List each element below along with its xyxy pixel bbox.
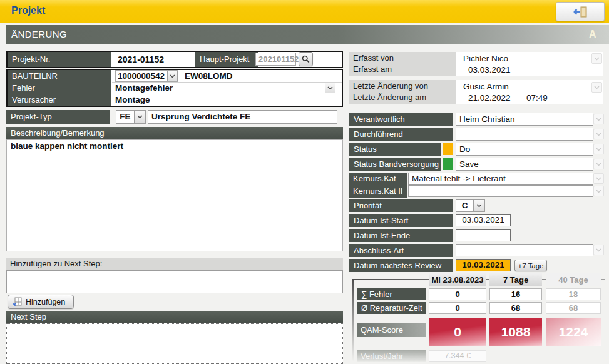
erfasst-von-label: Erfasst von: [349, 52, 456, 63]
durchfuehrend-input[interactable]: [456, 128, 593, 141]
datum-ist-ende-input[interactable]: [456, 229, 511, 241]
stats-group-border-left: [352, 279, 354, 361]
letzte-aenderung-panel: Letzte Änderung von Letzte Änderung am G…: [349, 80, 603, 104]
fehler-sum-today: 0: [429, 288, 486, 300]
section-bar: [6, 25, 609, 44]
plus-7-tage-button[interactable]: +7 Tage: [514, 260, 547, 271]
verantwortlich-label: Verantwortlich: [349, 113, 453, 126]
datum-ist-start-label: Datum Ist-Start: [349, 214, 453, 227]
title-bar: [0, 0, 609, 23]
status-color-swatch: [443, 143, 453, 155]
abschluss-art-label: Abschluss-Art: [349, 244, 453, 257]
datum-review-label: Datum nächstes Review: [349, 259, 453, 272]
verlust-jahr-value: 7.344 €: [429, 350, 486, 362]
qam-score-label: QAM-Score: [357, 323, 426, 337]
projekt-typ-label: Projekt-Typ: [6, 110, 110, 124]
projekt-nr-box: Projekt-Nr. 2021-01152 Haupt-Projekt 202…: [6, 51, 343, 68]
kernurs-kat2-input[interactable]: [408, 185, 593, 197]
haupt-projekt-combo[interactable]: 202101152: [255, 53, 296, 66]
beschreibung-header: Beschreibung/Bemerkung: [6, 127, 343, 139]
status-bandversorgung-color-swatch: [443, 158, 453, 170]
bauteilnr-combo[interactable]: 1000000542: [115, 70, 178, 82]
window-title: Projekt: [11, 5, 45, 16]
chevron-down-icon[interactable]: [593, 186, 604, 196]
kernurs-kat-label: Kernurs.Kat: [349, 173, 407, 185]
search-button[interactable]: [299, 52, 313, 66]
abschluss-art-input[interactable]: [456, 244, 593, 256]
prioritaet-label: Priorität: [349, 199, 453, 212]
haupt-projekt-label: Haupt-Projekt: [195, 52, 258, 67]
chevron-down-icon[interactable]: [167, 71, 178, 81]
exit-door-icon: [573, 6, 588, 18]
kernurs-label-column: Kernurs.Kat Kernurs.Kat II: [349, 173, 407, 198]
letzte-aenderung-am-label: Letzte Änderung am: [349, 91, 456, 102]
fehler-dropdown chevron-down-icon[interactable]: [325, 83, 335, 93]
hinzufuegen-button[interactable]: Hinzufügen: [8, 295, 74, 309]
erfasst-am-value: 03.03.2021: [468, 65, 511, 74]
fehler-sum-label: ∑ Fehler: [357, 288, 426, 300]
status-label: Status: [349, 143, 441, 156]
chevron-down-icon[interactable]: [473, 200, 484, 211]
reparatur-zeit-today: 0: [429, 302, 486, 314]
exit-button[interactable]: [556, 2, 605, 21]
stats-column-header-7tage: 7 Tage: [489, 273, 542, 286]
durchfuehrend-label: Durchführend: [349, 128, 453, 141]
letzte-aenderung-von-value: Gusic Armin: [463, 82, 509, 91]
datum-ist-ende-label: Datum Ist-Ende: [349, 229, 453, 242]
chevron-down-icon[interactable]: [593, 129, 604, 139]
fehler-label: Fehler: [8, 82, 111, 94]
projekt-typ-text-input[interactable]: Ursprung Verdichtete FE: [148, 110, 337, 124]
verursacher-label: Verursacher: [8, 94, 111, 106]
verursacher-value[interactable]: Montage: [115, 95, 150, 104]
verantwortlich-input[interactable]: Heim Christian: [456, 113, 593, 126]
kernurs-kat-input[interactable]: Material fehlt -> Lieferant: [408, 173, 593, 185]
erfasst-am-label: Erfasst am: [349, 63, 456, 74]
row-divider: [112, 94, 342, 94]
projekt-nr-label: Projekt-Nr.: [8, 52, 111, 67]
qam-score-40tage: 1224: [546, 318, 601, 346]
chevron-down-icon[interactable]: [591, 53, 602, 64]
bauteilnr-value: 1000000542: [116, 71, 167, 81]
prioritaet-combo[interactable]: C: [456, 199, 485, 212]
datum-review-input[interactable]: 10.03.2021: [456, 259, 511, 271]
status-bandversorgung-input[interactable]: Save: [456, 158, 593, 171]
fehler-sum-7tage: 16: [489, 288, 542, 300]
next-step-add-input[interactable]: [6, 270, 343, 293]
projekt-typ-value: FE: [116, 111, 134, 123]
chevron-down-icon[interactable]: [591, 82, 602, 93]
erfasst-label-column: Erfasst von Erfasst am: [349, 52, 456, 76]
table-insert-icon: [13, 297, 22, 306]
beschreibung-textarea[interactable]: blaue kappen nicht montiert: [6, 139, 343, 251]
status-bandversorgung-label: Status Bandversorgung: [349, 158, 441, 171]
next-step-header: Next Step: [6, 311, 343, 323]
chevron-down-icon[interactable]: [593, 245, 604, 255]
verlust-jahr-label: Verlust/Jahr: [357, 350, 426, 362]
projekt-nr-value: 2021-01152: [118, 54, 164, 64]
fehler-sum-40tage: 18: [546, 288, 601, 300]
chevron-down-icon[interactable]: [134, 111, 145, 123]
kernurs-kat2-label: Kernurs.Kat II: [349, 185, 407, 198]
letzte-aenderung-von-label: Letzte Änderung von: [349, 80, 456, 91]
next-step-list[interactable]: [6, 323, 343, 364]
section-title: ÄNDERUNG: [11, 29, 67, 39]
erfasst-von-value: Pichler Nico: [463, 54, 508, 63]
chevron-down-icon[interactable]: [593, 144, 604, 154]
chevron-down-icon[interactable]: [593, 159, 604, 169]
chevron-down-icon[interactable]: [593, 114, 604, 124]
letzte-aenderung-zeit-value: 07:49: [526, 93, 548, 103]
chevron-down-icon[interactable]: [593, 173, 604, 184]
row-divider: [112, 82, 342, 83]
search-icon: [302, 55, 310, 63]
bauteil-name: EW08LOMD: [185, 71, 233, 81]
bauteilnr-label: BAUTEILNR: [8, 70, 111, 82]
letzte-aenderung-label-column: Letzte Änderung von Letzte Änderung am: [349, 80, 456, 104]
reparatur-zeit-40tage: 68: [546, 302, 601, 314]
fehler-value[interactable]: Montagefehler: [115, 83, 173, 93]
status-input[interactable]: Do: [456, 143, 593, 156]
datum-ist-start-input[interactable]: 03.03.2021: [456, 214, 511, 226]
qam-score-today: 0: [429, 318, 486, 346]
reparatur-zeit-label: Ø Reparatur-Zeit: [357, 302, 426, 314]
prioritaet-value: C: [456, 200, 473, 211]
projekt-typ-combo[interactable]: FE: [116, 110, 146, 124]
stats-column-header-40tage: 40 Tage: [546, 273, 601, 286]
